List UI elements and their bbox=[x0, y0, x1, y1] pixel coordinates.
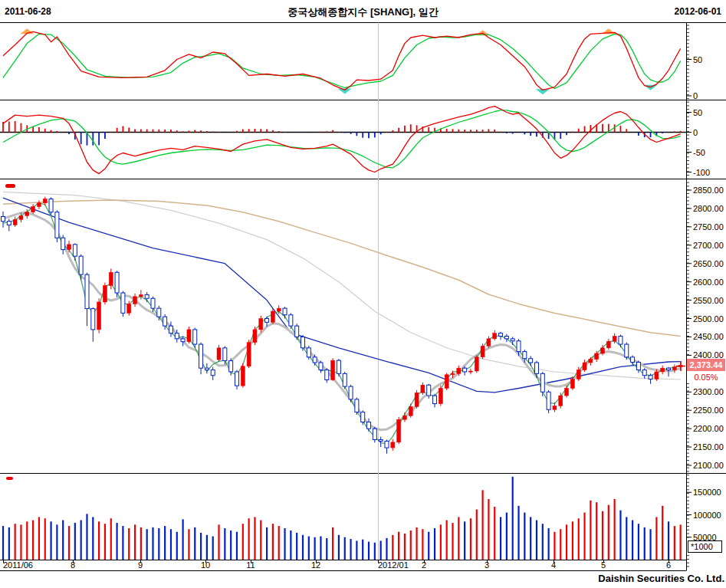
candle-body bbox=[589, 360, 593, 363]
candle-body bbox=[319, 363, 323, 370]
volume-unit-label: *1000 bbox=[691, 542, 713, 551]
company-name: Daishin Securities Co. Ltd. bbox=[598, 573, 724, 584]
candle-body bbox=[295, 326, 299, 337]
candle-body bbox=[289, 315, 293, 326]
axis-label: 2800.00 bbox=[693, 204, 724, 213]
candle-body bbox=[325, 370, 329, 380]
candle-body bbox=[595, 353, 599, 360]
axis-label: 2400.00 bbox=[693, 350, 724, 360]
candle-body bbox=[187, 330, 191, 342]
candle-body bbox=[271, 311, 274, 322]
candle-body bbox=[361, 412, 365, 422]
month-label: 6 bbox=[666, 560, 671, 570]
candle-body bbox=[672, 367, 676, 370]
macd-signal-line bbox=[3, 110, 681, 168]
candle-body bbox=[79, 256, 83, 274]
macd-line bbox=[3, 107, 681, 174]
axis-label: 100000 bbox=[693, 511, 721, 520]
axis-label: 50 bbox=[693, 108, 702, 117]
stock-chart-canvas[interactable]: 500500-50-1002850.002800.002750.002700.0… bbox=[0, 0, 726, 588]
candle-body bbox=[97, 302, 101, 330]
candle-body bbox=[540, 373, 544, 392]
candle-body bbox=[103, 285, 107, 302]
candle-body bbox=[529, 359, 533, 363]
candle-body bbox=[223, 348, 227, 361]
candle-body bbox=[211, 370, 215, 376]
month-label: 2 bbox=[422, 560, 426, 570]
candle-body bbox=[85, 274, 89, 309]
candle-body bbox=[283, 308, 287, 315]
axis-label: 150000 bbox=[693, 488, 721, 497]
month-label: 9 bbox=[138, 560, 143, 570]
candle-body bbox=[151, 298, 155, 308]
candle-body bbox=[661, 368, 665, 372]
candle-body bbox=[385, 441, 389, 448]
candle-body bbox=[463, 368, 467, 372]
candle-body bbox=[343, 373, 347, 386]
candle-body bbox=[583, 363, 586, 370]
axis-label: 0 bbox=[693, 128, 698, 137]
candle-body bbox=[649, 376, 652, 379]
candle-body bbox=[625, 344, 629, 357]
candle-body bbox=[553, 406, 557, 409]
candle-body bbox=[373, 429, 376, 439]
candle-body bbox=[559, 396, 563, 406]
axis-label: 2450.00 bbox=[693, 332, 724, 341]
month-label: 5 bbox=[601, 560, 606, 570]
candle-body bbox=[631, 357, 635, 363]
candle-body bbox=[13, 219, 17, 225]
candle-body bbox=[636, 363, 640, 370]
month-label: 12 bbox=[311, 560, 320, 570]
candle-body bbox=[229, 361, 233, 372]
candle-body bbox=[451, 373, 455, 374]
candle-body bbox=[37, 203, 41, 207]
axis-label: 2250.00 bbox=[693, 406, 724, 415]
candle-body bbox=[331, 360, 335, 379]
candle-body bbox=[468, 371, 472, 372]
candle-body bbox=[349, 386, 353, 399]
candle-body bbox=[499, 333, 503, 337]
candle-body bbox=[415, 393, 419, 406]
candle-body bbox=[402, 416, 406, 419]
candle-body bbox=[379, 440, 383, 442]
candle-body bbox=[127, 304, 131, 313]
candle-body bbox=[157, 308, 161, 317]
candle-body bbox=[613, 337, 616, 342]
candle-body bbox=[2, 216, 5, 221]
axis-label: -100 bbox=[693, 168, 710, 177]
candle-body bbox=[433, 396, 437, 404]
candle-body bbox=[367, 422, 371, 429]
candle-body bbox=[667, 368, 671, 370]
month-label: 8 bbox=[71, 560, 75, 570]
candle-body bbox=[307, 348, 310, 357]
candle-body bbox=[217, 348, 221, 360]
candle-body bbox=[7, 222, 11, 225]
candle-body bbox=[19, 216, 23, 220]
candle-body bbox=[109, 272, 113, 285]
footer: Daishin Securities Co. Ltd. bbox=[598, 573, 724, 584]
volume-panel-legend-mark bbox=[6, 477, 13, 480]
candle-body bbox=[439, 388, 442, 403]
candle-body bbox=[91, 309, 95, 330]
month-label: 11 bbox=[246, 560, 255, 570]
candle-body bbox=[619, 337, 623, 345]
candle-body bbox=[337, 360, 340, 373]
candle-body bbox=[397, 419, 401, 442]
month-label: 2012/01 bbox=[378, 560, 409, 570]
candle-body bbox=[259, 319, 263, 330]
candle-body bbox=[301, 337, 305, 347]
price-panel-legend-mark bbox=[5, 184, 15, 188]
candle-body bbox=[133, 297, 137, 304]
current-price-change-pct: 0.05% bbox=[694, 373, 718, 382]
candle-body bbox=[487, 339, 491, 347]
oversold-mark bbox=[338, 88, 352, 94]
axis-label: 2100.00 bbox=[693, 461, 724, 470]
candle-body bbox=[73, 245, 77, 256]
candle-body bbox=[642, 370, 646, 376]
candle-body bbox=[523, 352, 527, 359]
month-label: 3 bbox=[485, 560, 489, 570]
candle-body bbox=[193, 330, 197, 344]
candle-body bbox=[565, 388, 569, 396]
axis-label: 2200.00 bbox=[693, 424, 724, 433]
axis-label: 2300.00 bbox=[693, 387, 724, 396]
